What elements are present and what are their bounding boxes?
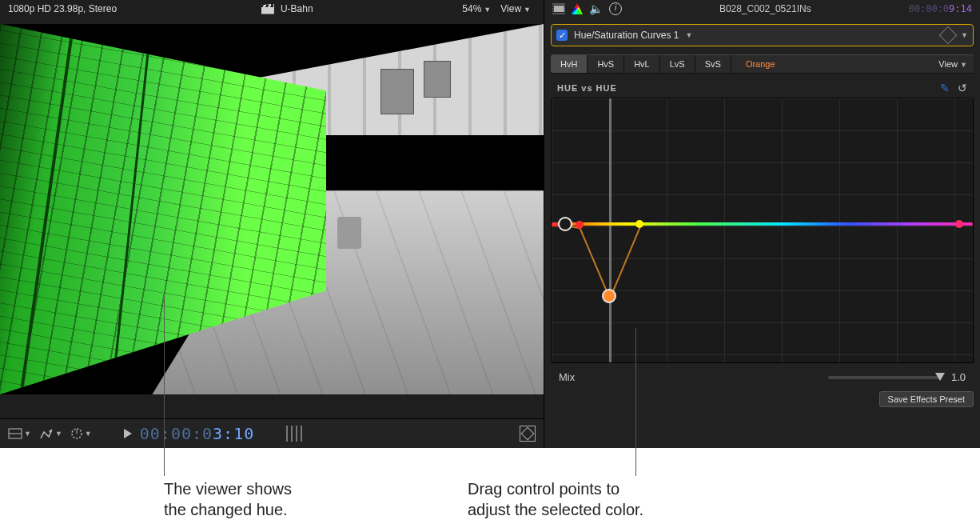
video-inspector-icon[interactable] [552, 3, 565, 14]
preview-image [0, 24, 544, 394]
caption-left: The viewer shows the changed hue. [164, 478, 292, 520]
color-inspector-panel: 🔈 i B028_C002_0521INs 00:00:09:14 ✓ Hue/… [544, 0, 980, 448]
hue-curve-graph[interactable] [551, 98, 974, 363]
clip-format: 1080p HD 23.98p, Stereo [8, 3, 117, 14]
curve-view-menu[interactable]: View ▼ [932, 59, 974, 69]
effect-enabled-checkbox[interactable]: ✓ [556, 30, 568, 41]
effect-header[interactable]: ✓ Hue/Saturation Curves 1 ▼ ▼ [551, 24, 974, 46]
fullscreen-button[interactable] [520, 426, 536, 442]
tab-orange[interactable]: Orange [731, 55, 932, 73]
tab-hvh[interactable]: HvH [551, 55, 588, 73]
tab-hvl[interactable]: HvL [624, 55, 660, 73]
transform-menu[interactable]: ▼ [39, 427, 62, 440]
zoom-menu[interactable]: 54%▼ [457, 2, 496, 16]
clip-name: U-Bahn [281, 3, 313, 14]
inspector-timecode: 00:00:09:14 [909, 3, 972, 14]
curve-header: HUE vs HUE ✎ ↺ [544, 74, 980, 98]
retime-menu[interactable]: ▼ [70, 427, 92, 440]
color-inspector-icon[interactable] [572, 3, 583, 14]
info-inspector-icon[interactable]: i [609, 2, 622, 15]
svg-point-2 [49, 430, 51, 433]
play-button[interactable] [124, 429, 132, 438]
chevron-down-icon: ▼ [481, 6, 491, 14]
eyedropper-icon[interactable]: ✎ [940, 82, 950, 94]
inspector-tab-bar: 🔈 i B028_C002_0521INs 00:00:09:14 [544, 0, 980, 18]
chevron-down-icon: ▼ [521, 6, 531, 14]
caption-right: Drag control points to adjust the select… [468, 478, 643, 520]
tab-svs[interactable]: SvS [695, 55, 731, 73]
viewer-info-bar: 1080p HD 23.98p, Stereo U-Bahn 54%▼ View… [0, 0, 544, 18]
callout-line [164, 296, 165, 476]
mix-value: 1.0 [951, 371, 966, 383]
control-point[interactable] [576, 221, 584, 229]
clip-appearance-menu[interactable]: ▼ [8, 428, 31, 439]
reset-icon[interactable]: ↺ [958, 82, 967, 94]
control-point-selected[interactable] [602, 289, 616, 303]
audio-inspector-icon[interactable]: 🔈 [589, 2, 603, 15]
control-point-start[interactable] [558, 217, 572, 231]
mix-row: Mix 1.0 [544, 363, 980, 383]
control-point[interactable] [635, 220, 643, 228]
curve-tabs: HvH HvS HvL LvS SvS Orange View ▼ [551, 54, 974, 74]
inspector-clip-name: B028_C002_0521INs [719, 3, 811, 14]
clapperboard-icon [261, 4, 274, 14]
audio-meter [286, 426, 305, 442]
curve-title: HUE vs HUE [557, 83, 617, 93]
tab-lvs[interactable]: LvS [660, 55, 695, 73]
viewer-preview[interactable] [0, 24, 544, 394]
curve-path [552, 98, 973, 366]
tab-hvs[interactable]: HvS [588, 55, 624, 73]
mix-label: Mix [559, 371, 575, 383]
control-point-end[interactable] [955, 220, 963, 228]
view-menu[interactable]: View▼ [496, 2, 536, 16]
chevron-down-icon[interactable]: ▼ [961, 31, 968, 39]
slider-thumb[interactable] [935, 373, 945, 381]
mix-slider[interactable] [828, 376, 940, 379]
keyframe-button[interactable] [939, 26, 958, 45]
viewer-timecode[interactable]: 00:00:03:10 [140, 424, 254, 443]
save-effects-preset-button[interactable]: Save Effects Preset [879, 391, 974, 407]
viewer-panel: 1080p HD 23.98p, Stereo U-Bahn 54%▼ View… [0, 0, 544, 448]
app-window: 1080p HD 23.98p, Stereo U-Bahn 54%▼ View… [0, 0, 980, 448]
transport-bar: ▼ ▼ ▼ 00:00:03:10 [0, 418, 544, 448]
chevron-down-icon: ▼ [685, 31, 692, 39]
effect-name: Hue/Saturation Curves 1 [574, 30, 679, 41]
callout-line [635, 328, 636, 476]
